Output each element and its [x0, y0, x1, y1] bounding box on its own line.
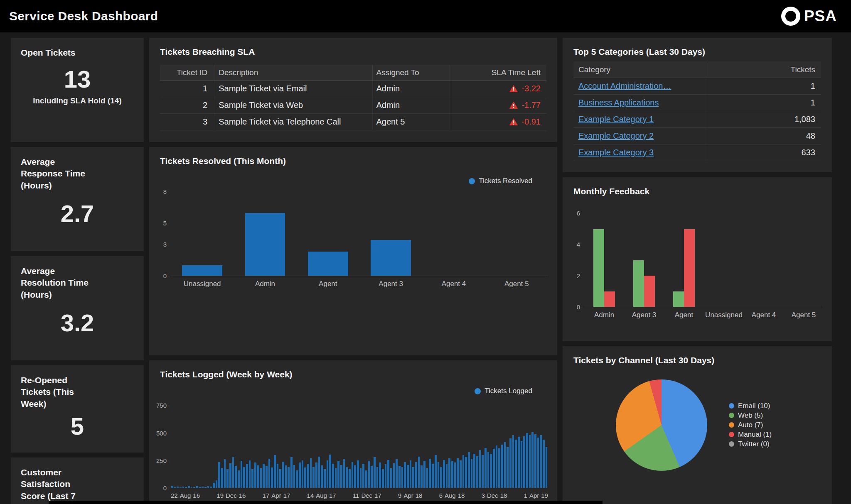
weekly-bar[interactable]	[531, 432, 534, 488]
weekly-bar[interactable]	[191, 487, 193, 488]
weekly-bar[interactable]	[529, 435, 531, 488]
weekly-bar[interactable]	[199, 487, 201, 488]
weekly-bar[interactable]	[462, 455, 465, 488]
weekly-bar[interactable]	[293, 465, 295, 488]
chart-legend[interactable]: Tickets Logged	[475, 387, 532, 395]
category-row[interactable]: Account Administration…1	[573, 78, 821, 95]
weekly-bar[interactable]	[504, 442, 506, 488]
weekly-bar[interactable]	[501, 445, 503, 488]
weekly-bar[interactable]	[285, 465, 287, 488]
weekly-bar[interactable]	[340, 465, 342, 488]
tickets-by-channel-pie[interactable]	[616, 379, 707, 471]
weekly-bar[interactable]	[440, 467, 442, 488]
weekly-bar[interactable]	[526, 433, 528, 488]
weekly-bar[interactable]	[204, 487, 207, 488]
weekly-bar[interactable]	[415, 462, 417, 488]
weekly-bar[interactable]	[515, 440, 517, 488]
weekly-bar[interactable]	[312, 467, 315, 488]
weekly-bar[interactable]	[352, 462, 354, 488]
weekly-bar[interactable]	[485, 448, 487, 488]
weekly-bar[interactable]	[349, 469, 351, 488]
weekly-bar[interactable]	[318, 457, 320, 488]
weekly-bar[interactable]	[332, 464, 334, 488]
weekly-bar[interactable]	[509, 438, 512, 488]
bar[interactable]	[644, 276, 655, 307]
weekly-bar[interactable]	[279, 469, 281, 488]
weekly-bar[interactable]	[196, 486, 198, 488]
bar[interactable]	[604, 291, 615, 307]
weekly-bar[interactable]	[188, 486, 190, 488]
weekly-bar[interactable]	[446, 464, 448, 488]
weekly-bar[interactable]	[238, 470, 240, 488]
bar[interactable]	[245, 213, 285, 276]
category-link[interactable]: Example Category 2	[578, 131, 654, 141]
weekly-bar[interactable]	[360, 468, 362, 488]
weekly-bar[interactable]	[435, 455, 437, 488]
weekly-bar[interactable]	[451, 461, 453, 488]
weekly-bar[interactable]	[226, 469, 229, 488]
weekly-bar[interactable]	[241, 461, 243, 488]
weekly-bar[interactable]	[290, 457, 293, 488]
weekly-bar[interactable]	[426, 468, 428, 488]
weekly-bar[interactable]	[490, 454, 492, 488]
weekly-bar[interactable]	[182, 487, 184, 488]
weekly-bar[interactable]	[324, 469, 326, 488]
weekly-bar[interactable]	[537, 438, 539, 488]
category-row[interactable]: Business Applications1	[573, 95, 821, 111]
weekly-bar[interactable]	[518, 437, 520, 488]
weekly-bar[interactable]	[232, 457, 234, 488]
pie-legend-item[interactable]: Web (5)	[729, 411, 772, 420]
weekly-bar[interactable]	[263, 464, 265, 488]
weekly-bar[interactable]	[177, 487, 179, 488]
weekly-bar[interactable]	[460, 460, 462, 488]
weekly-bar[interactable]	[346, 467, 348, 488]
weekly-bar[interactable]	[310, 458, 312, 488]
weekly-bar[interactable]	[213, 483, 215, 488]
weekly-bar[interactable]	[546, 447, 548, 488]
weekly-bar[interactable]	[335, 468, 337, 488]
weekly-bar[interactable]	[493, 449, 495, 488]
weekly-bar[interactable]	[543, 440, 545, 488]
sla-table-row[interactable]: 1Sample Ticket via EmailAdmin-3.22	[160, 81, 546, 97]
weekly-bar[interactable]	[229, 463, 231, 488]
category-link[interactable]: Example Category 1	[578, 115, 654, 124]
weekly-bar[interactable]	[507, 447, 509, 488]
weekly-bar[interactable]	[385, 464, 387, 488]
weekly-bar[interactable]	[202, 487, 204, 488]
category-link[interactable]: Business Applications	[578, 98, 659, 108]
pie-legend-item[interactable]: Twitter (0)	[729, 439, 772, 449]
weekly-bar[interactable]	[379, 462, 381, 488]
weekly-bar[interactable]	[396, 459, 398, 488]
weekly-bar[interactable]	[438, 462, 440, 488]
weekly-bar[interactable]	[302, 460, 304, 488]
pie-legend-item[interactable]: Auto (7)	[729, 420, 772, 430]
weekly-bar[interactable]	[249, 460, 251, 488]
weekly-bar[interactable]	[457, 458, 459, 488]
weekly-bar[interactable]	[185, 487, 187, 488]
weekly-bar[interactable]	[410, 460, 412, 488]
weekly-bar[interactable]	[443, 460, 445, 488]
sla-table-row[interactable]: 2Sample Ticket via WebAdmin-1.77	[160, 97, 546, 114]
weekly-bar[interactable]	[401, 467, 403, 488]
weekly-bar[interactable]	[423, 461, 426, 488]
weekly-bar[interactable]	[398, 466, 401, 488]
weekly-bar[interactable]	[521, 441, 523, 488]
weekly-bar[interactable]	[354, 465, 356, 488]
weekly-bar[interactable]	[288, 467, 290, 488]
weekly-bar[interactable]	[368, 461, 370, 488]
weekly-bar[interactable]	[218, 462, 220, 488]
weekly-bar[interactable]	[246, 464, 248, 488]
weekly-bar[interactable]	[216, 480, 218, 488]
weekly-bar[interactable]	[404, 462, 406, 488]
weekly-bar[interactable]	[321, 465, 323, 488]
weekly-bar[interactable]	[432, 464, 434, 488]
bar[interactable]	[182, 265, 222, 276]
weekly-bar[interactable]	[282, 462, 284, 488]
weekly-bar[interactable]	[257, 465, 259, 488]
weekly-bar[interactable]	[343, 459, 345, 488]
sla-table-row[interactable]: 3Sample Ticket via Telephone CallAgent 5…	[160, 114, 546, 130]
weekly-bar[interactable]	[235, 466, 237, 488]
bar[interactable]	[593, 229, 604, 307]
weekly-bar[interactable]	[221, 468, 223, 488]
weekly-bar[interactable]	[180, 487, 182, 488]
